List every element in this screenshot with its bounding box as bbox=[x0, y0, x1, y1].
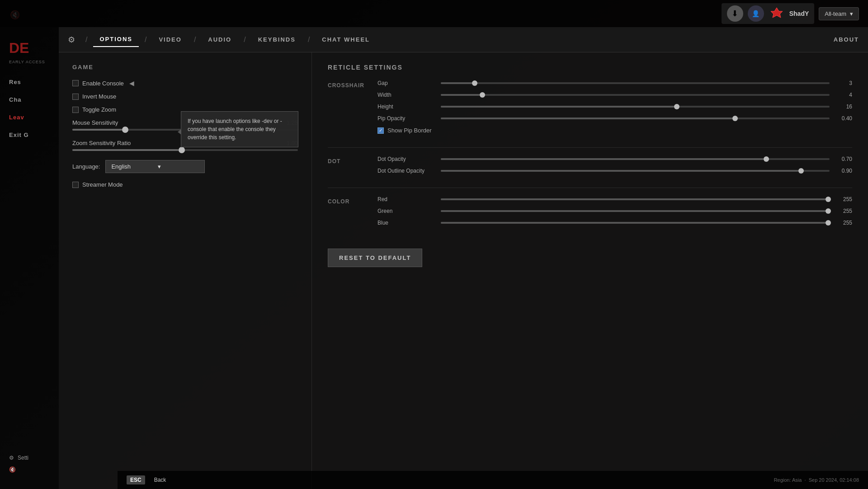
invert-mouse-label: Invert Mouse bbox=[82, 93, 116, 100]
enable-console-checkbox[interactable] bbox=[72, 80, 79, 86]
main-panel: ⚙ / OPTIONS / VIDEO / AUDIO / KEYBINDS /… bbox=[59, 27, 868, 489]
dot-outline-opacity-thumb[interactable] bbox=[798, 168, 804, 174]
dot-opacity-thumb[interactable] bbox=[764, 156, 769, 162]
width-thumb[interactable] bbox=[480, 92, 485, 98]
dot-outline-opacity-track[interactable] bbox=[441, 170, 830, 172]
invert-mouse-checkbox[interactable] bbox=[72, 94, 79, 100]
content-area: GAME Enable Console ◀ If you have launch… bbox=[59, 52, 868, 489]
sidebar-item-res[interactable]: Res bbox=[0, 73, 59, 91]
streamer-mode-row: Streamer Mode bbox=[72, 181, 298, 188]
dot-outline-opacity-row: Dot Outline Opacity 0.90 bbox=[377, 168, 852, 174]
mouse-sensitivity-thumb[interactable] bbox=[122, 127, 128, 133]
blue-row: Blue 255 bbox=[377, 220, 852, 226]
chevron-down-icon: ▾ bbox=[850, 10, 853, 17]
red-track[interactable] bbox=[441, 198, 830, 200]
zoom-sensitivity-thumb[interactable] bbox=[179, 147, 185, 153]
nav-item-keybinds[interactable]: KEYBINDS bbox=[252, 33, 302, 47]
zoom-sensitivity-track[interactable] bbox=[72, 149, 298, 151]
sidebar-item-leave[interactable]: Leav bbox=[0, 108, 59, 126]
color-controls: Red 255 Green 255 bbox=[377, 196, 852, 231]
divider-2 bbox=[328, 188, 852, 188]
toggle-zoom-checkbox[interactable] bbox=[72, 107, 79, 113]
red-row: Red 255 bbox=[377, 196, 852, 202]
dot-opacity-track[interactable] bbox=[441, 158, 830, 160]
tooltip-trigger-icon: ◀ bbox=[129, 80, 134, 87]
streamer-mode-checkbox[interactable] bbox=[72, 182, 79, 188]
green-track[interactable] bbox=[441, 210, 830, 212]
gap-track[interactable] bbox=[441, 82, 830, 84]
pip-opacity-fill bbox=[441, 118, 732, 119]
height-label: Height bbox=[377, 103, 436, 110]
red-fill bbox=[441, 198, 830, 200]
mouse-sensitivity-label: Mouse Sensitivity bbox=[72, 119, 118, 126]
red-label: Red bbox=[377, 196, 436, 202]
blue-track[interactable] bbox=[441, 222, 830, 224]
tooltip-arrow bbox=[178, 129, 181, 135]
left-panel: GAME Enable Console ◀ If you have launch… bbox=[59, 52, 312, 489]
gap-thumb[interactable] bbox=[472, 80, 477, 86]
green-fill bbox=[441, 210, 830, 212]
user-badge-icon bbox=[769, 5, 785, 22]
nav-item-chat-wheel[interactable]: CHAT WHEEL bbox=[316, 33, 376, 47]
streamer-mode-label: Streamer Mode bbox=[82, 181, 123, 188]
gap-fill bbox=[441, 82, 472, 84]
sidebar-logo: DE bbox=[0, 36, 59, 60]
nav-sep-4: / bbox=[244, 36, 245, 44]
enable-console-label: Enable Console bbox=[82, 80, 124, 87]
game-section-title: GAME bbox=[72, 64, 298, 71]
dot-outline-opacity-value: 0.90 bbox=[834, 168, 852, 174]
nav-item-about[interactable]: ABOUT bbox=[834, 36, 859, 43]
reticle-title: RETICLE SETTINGS bbox=[328, 64, 852, 71]
crosshair-controls: Gap 3 Width 4 bbox=[377, 80, 852, 139]
pip-opacity-value: 0.40 bbox=[834, 115, 852, 122]
sidebar: DE EARLY ACCESS Res Cha Leav Exit G ⚙ Se… bbox=[0, 27, 59, 489]
sidebar-volume[interactable]: 🔇 bbox=[9, 464, 50, 475]
svg-marker-0 bbox=[771, 8, 783, 18]
blue-thumb[interactable] bbox=[826, 220, 831, 226]
pip-opacity-label: Pip Opacity bbox=[377, 115, 436, 122]
mouse-sensitivity-fill bbox=[72, 129, 122, 131]
green-thumb[interactable] bbox=[826, 208, 831, 214]
height-value: 16 bbox=[834, 103, 852, 110]
esc-button[interactable]: ESC bbox=[127, 475, 145, 484]
gap-row: Gap 3 bbox=[377, 80, 852, 86]
height-track[interactable] bbox=[441, 106, 830, 108]
dot-opacity-fill bbox=[441, 158, 764, 160]
color-label: COLOR bbox=[328, 196, 364, 231]
zoom-sensitivity-label: Zoom Sensitivity Ratio bbox=[72, 140, 131, 146]
sidebar-item-cha[interactable]: Cha bbox=[0, 91, 59, 108]
red-thumb[interactable] bbox=[826, 197, 831, 202]
height-thumb[interactable] bbox=[674, 104, 679, 109]
green-value: 255 bbox=[834, 208, 852, 214]
sidebar-item-exit[interactable]: Exit G bbox=[0, 126, 59, 144]
language-chevron-icon: ▾ bbox=[158, 163, 161, 170]
blue-value: 255 bbox=[834, 220, 852, 226]
pip-opacity-row: Pip Opacity 0.40 bbox=[377, 115, 852, 122]
sidebar-bottom: ⚙ Setti 🔇 bbox=[0, 447, 59, 480]
dot-outline-opacity-fill bbox=[441, 170, 798, 172]
nav-item-video[interactable]: VIDEO bbox=[152, 33, 188, 47]
width-track[interactable] bbox=[441, 94, 830, 96]
back-label[interactable]: Back bbox=[154, 477, 166, 483]
nav-item-audio[interactable]: AUDIO bbox=[202, 33, 238, 47]
show-pip-border-checkbox[interactable]: ✓ bbox=[377, 127, 384, 134]
dot-section: DOT Dot Opacity 0.70 Dot Outline Opacity bbox=[328, 156, 852, 179]
show-pip-border-row: ✓ Show Pip Border bbox=[377, 127, 852, 134]
gear-icon: ⚙ bbox=[9, 455, 14, 461]
green-row: Green 255 bbox=[377, 208, 852, 214]
region-info: Region: Asia · Sep 20 2024, 02:14:08 bbox=[774, 477, 859, 483]
dot-opacity-row: Dot Opacity 0.70 bbox=[377, 156, 852, 162]
nav-item-options[interactable]: OPTIONS bbox=[93, 32, 139, 47]
user-area: ⬇ 👤 ShadY bbox=[722, 3, 815, 24]
pip-opacity-track[interactable] bbox=[441, 118, 830, 119]
sidebar-settings[interactable]: ⚙ Setti bbox=[9, 452, 50, 464]
dot-outline-opacity-label: Dot Outline Opacity bbox=[377, 168, 436, 174]
nav-sep-3: / bbox=[194, 36, 196, 44]
reset-to-default-button[interactable]: RESET TO DEFAULT bbox=[328, 249, 422, 267]
download-icon[interactable]: ⬇ bbox=[727, 5, 743, 22]
language-row: Language: English ▾ bbox=[72, 160, 298, 173]
pip-opacity-thumb[interactable] bbox=[732, 116, 738, 121]
team-selector[interactable]: All-team ▾ bbox=[819, 7, 859, 20]
language-select[interactable]: English ▾ bbox=[105, 160, 205, 173]
enable-console-row: Enable Console ◀ bbox=[72, 80, 298, 87]
